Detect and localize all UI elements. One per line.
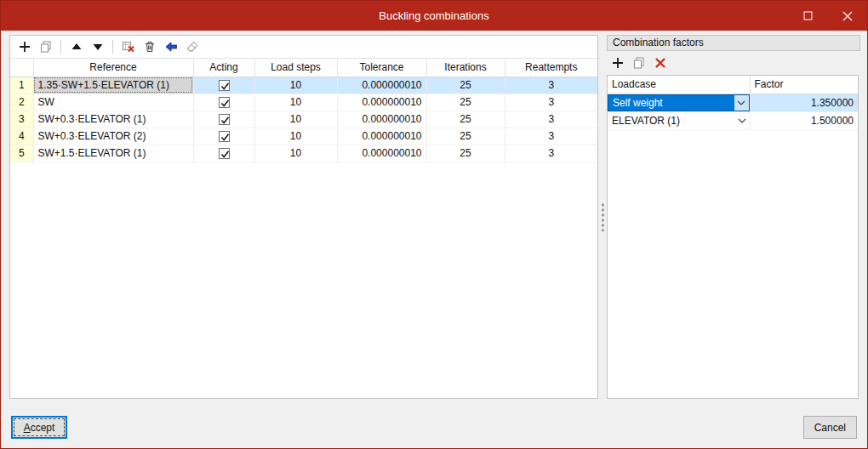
reattempts-cell[interactable]: 3	[505, 128, 597, 145]
eraser-icon	[186, 40, 199, 54]
acting-checkbox[interactable]	[219, 131, 230, 142]
tolerance-cell[interactable]: 0.000000010	[337, 77, 426, 94]
reference-cell[interactable]: SW+1.5·ELEVATOR (1)	[33, 145, 193, 162]
factors-toolbar	[607, 52, 860, 74]
arrow-left-icon	[164, 40, 178, 54]
factor-row[interactable]: Self weight 1.350000	[608, 94, 858, 111]
checkmark-icon	[220, 115, 231, 126]
combinations-table: Reference Acting Load steps Tolerance It…	[10, 59, 597, 162]
row-number-cell[interactable]: 2	[10, 94, 33, 111]
acting-checkbox[interactable]	[219, 97, 230, 108]
tolerance-cell[interactable]: 0.000000010	[337, 128, 426, 145]
tolerance-header: Tolerance	[337, 59, 426, 77]
row-number-cell[interactable]: 4	[10, 128, 33, 145]
red-x-icon	[654, 56, 667, 70]
maximize-button[interactable]	[789, 1, 828, 31]
reattempts-cell[interactable]: 3	[505, 145, 597, 162]
acting-cell[interactable]	[193, 111, 254, 128]
combination-factors-panel: Combination factors Loadcase Factor	[607, 35, 860, 399]
row-number-cell[interactable]: 3	[10, 111, 33, 128]
reference-cell[interactable]: SW+0.3·ELEVATOR (1)	[33, 111, 193, 128]
load-steps-cell[interactable]: 10	[254, 94, 337, 111]
move-up-button[interactable]	[66, 37, 86, 57]
delete-rows-button[interactable]	[118, 37, 138, 57]
acting-cell[interactable]	[193, 145, 254, 162]
iterations-cell[interactable]: 25	[426, 145, 505, 162]
checkmark-icon	[220, 149, 231, 160]
factor-cell[interactable]: 1.500000	[750, 111, 858, 129]
load-steps-cell[interactable]: 10	[254, 111, 337, 128]
checkmark-icon	[220, 81, 231, 92]
row-number-cell[interactable]: 5	[10, 145, 33, 162]
acting-checkbox[interactable]	[219, 80, 230, 91]
iterations-cell[interactable]: 25	[426, 128, 505, 145]
combination-factors-title: Combination factors	[607, 35, 860, 51]
combination-row[interactable]: 5 SW+1.5·ELEVATOR (1) 10 0.000000010 25 …	[10, 145, 597, 162]
load-steps-cell[interactable]: 10	[254, 145, 337, 162]
combination-row[interactable]: 2 SW 10 0.000000010 25 3	[10, 94, 597, 111]
triangle-up-icon	[70, 40, 83, 54]
loadcase-dropdown[interactable]: Self weight	[608, 94, 750, 111]
toolbar-separator	[60, 40, 61, 54]
copy-combination-button[interactable]	[36, 37, 55, 57]
title-bar[interactable]: Buckling combinations	[1, 1, 867, 31]
add-factor-button[interactable]	[608, 54, 627, 73]
factors-header-row: Loadcase Factor	[608, 76, 858, 94]
reattempts-cell[interactable]: 3	[505, 111, 597, 128]
tolerance-cell[interactable]: 0.000000010	[337, 94, 426, 111]
load-steps-header: Load steps	[254, 59, 337, 77]
copy-icon	[632, 56, 646, 70]
acting-checkbox[interactable]	[219, 114, 230, 125]
acting-cell[interactable]	[193, 94, 254, 111]
chevron-down-icon[interactable]	[735, 113, 750, 128]
loadcase-cell: Self weight	[608, 94, 750, 111]
row-number-cell[interactable]: 1	[10, 77, 33, 94]
reattempts-cell[interactable]: 3	[505, 77, 597, 94]
combination-row[interactable]: 1 1.35·SW+1.5·ELEVATOR (1) 10 0.00000001…	[10, 77, 597, 94]
combination-row[interactable]: 3 SW+0.3·ELEVATOR (1) 10 0.000000010 25 …	[10, 111, 597, 128]
load-steps-cell[interactable]: 10	[254, 128, 337, 145]
combination-row[interactable]: 4 SW+0.3·ELEVATOR (2) 10 0.000000010 25 …	[10, 128, 597, 145]
factor-cell[interactable]: 1.350000	[750, 94, 858, 111]
acting-cell[interactable]	[193, 128, 254, 145]
reattempts-cell[interactable]: 3	[505, 94, 597, 111]
table-delete-icon	[122, 40, 135, 54]
reference-cell[interactable]: SW+0.3·ELEVATOR (2)	[33, 128, 193, 145]
load-steps-cell[interactable]: 10	[254, 77, 337, 94]
delete-all-button[interactable]	[140, 37, 159, 57]
toolbar-separator	[112, 40, 113, 54]
iterations-cell[interactable]: 25	[426, 77, 505, 94]
factor-header: Factor	[750, 76, 858, 94]
maximize-icon	[803, 11, 814, 21]
reference-header: Reference	[33, 59, 193, 77]
chevron-down-icon[interactable]	[734, 95, 749, 111]
cancel-button[interactable]: Cancel	[803, 416, 857, 439]
factor-row[interactable]: ELEVATOR (1) 1.500000	[608, 111, 858, 129]
loadcase-dropdown[interactable]: ELEVATOR (1)	[608, 112, 750, 129]
panel-splitter[interactable]	[599, 35, 606, 399]
acting-checkbox[interactable]	[219, 148, 230, 159]
acting-cell[interactable]	[193, 77, 254, 94]
iterations-cell[interactable]: 25	[426, 111, 505, 128]
accept-button[interactable]: Accept	[11, 416, 67, 439]
reference-cell[interactable]: 1.35·SW+1.5·ELEVATOR (1)	[33, 77, 193, 94]
move-down-button[interactable]	[88, 37, 107, 57]
reference-cell[interactable]: SW	[33, 94, 193, 111]
combinations-header-row: Reference Acting Load steps Tolerance It…	[10, 59, 597, 77]
iterations-cell[interactable]: 25	[426, 94, 505, 111]
iterations-header: Iterations	[426, 59, 505, 77]
acting-header: Acting	[193, 59, 254, 77]
delete-factor-button[interactable]	[650, 54, 670, 73]
combinations-panel: Reference Acting Load steps Tolerance It…	[9, 35, 598, 399]
close-button[interactable]	[828, 1, 867, 31]
window-title: Buckling combinations	[1, 1, 867, 31]
tolerance-cell[interactable]: 0.000000010	[337, 145, 426, 162]
eraser-button[interactable]	[182, 37, 202, 57]
copy-factor-button[interactable]	[629, 54, 648, 73]
tolerance-cell[interactable]: 0.000000010	[337, 111, 426, 128]
transfer-back-button[interactable]	[161, 37, 180, 57]
add-combination-button[interactable]	[14, 37, 34, 57]
loadcase-cell: ELEVATOR (1)	[608, 111, 750, 129]
row-number-header	[10, 59, 33, 77]
plus-icon	[18, 40, 31, 54]
